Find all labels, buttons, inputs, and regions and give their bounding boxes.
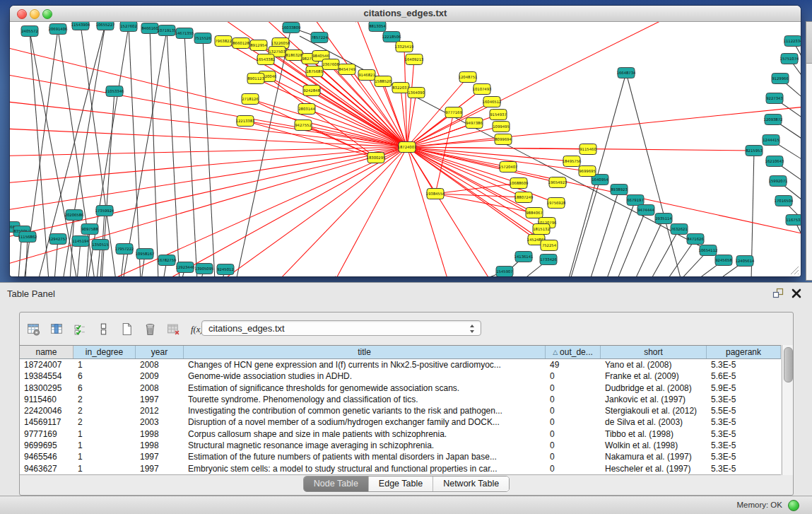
rows-icon[interactable]	[95, 322, 111, 336]
table-row[interactable]: 969969511998Structural magnetic resonanc…	[20, 440, 781, 451]
graph-node[interactable]: 8813054	[369, 22, 386, 32]
graph-node[interactable]: 7963822	[215, 36, 232, 47]
table-row[interactable]: 1830029562008Estimation of significance …	[20, 382, 781, 394]
graph-node[interactable]: 9097588	[81, 224, 98, 235]
graph-node[interactable]: 15992071	[769, 176, 788, 187]
window-resize-grip[interactable]	[788, 264, 799, 275]
graph-node[interactable]: 16210643	[765, 156, 784, 167]
graph-node[interactable]: 19384554	[426, 189, 446, 199]
graph-node[interactable]: 8938923	[611, 185, 628, 195]
graph-node[interactable]: 11156862	[18, 232, 37, 243]
graph-node[interactable]: 8466160	[141, 23, 158, 34]
graph-node[interactable]: 10107493	[473, 84, 492, 95]
column-header-pagerank[interactable]: pagerank	[707, 346, 781, 358]
tab-network-table[interactable]: Network Table	[433, 477, 509, 491]
graph-node[interactable]: 18300295	[367, 153, 386, 163]
graph-node[interactable]: 2367608	[322, 59, 339, 70]
graph-node[interactable]: 21053346	[105, 86, 125, 97]
graph-node[interactable]: 1733426	[540, 255, 557, 265]
graph-node[interactable]: 12213383	[236, 116, 255, 127]
graph-node[interactable]: 10655227	[96, 22, 115, 30]
tab-edge-table[interactable]: Edge Table	[369, 477, 433, 491]
graph-node[interactable]: 8471626	[687, 234, 704, 245]
graph-node[interactable]: 13325419	[395, 42, 414, 52]
graph-node[interactable]: 8099694	[495, 134, 512, 145]
graph-node[interactable]: 6679197	[627, 195, 644, 206]
graph-node[interactable]: 18724007	[398, 142, 417, 153]
delete-table-icon[interactable]	[165, 322, 181, 336]
graph-node[interactable]: 19654923	[548, 177, 567, 188]
graph-node[interactable]: 9129966	[772, 74, 789, 84]
graph-node[interactable]: 1145194	[72, 236, 89, 247]
graph-node[interactable]: 1350515	[92, 240, 109, 250]
graph-node[interactable]: 16033809	[282, 23, 301, 33]
graph-node[interactable]: 18807249	[514, 192, 534, 203]
graph-node[interactable]: 8186328	[286, 50, 302, 61]
scrollbar-thumb[interactable]	[784, 347, 793, 382]
graph-node[interactable]: 9474444	[637, 205, 654, 216]
graph-node[interactable]: 12093872	[764, 115, 783, 125]
column-header-year[interactable]: year	[136, 346, 184, 358]
graph-node[interactable]: 2803144	[298, 104, 315, 115]
graph-node[interactable]: 17016504	[775, 196, 794, 206]
graph-node[interactable]: 2935114	[655, 214, 672, 224]
table-scrollbar[interactable]	[782, 345, 793, 475]
graph-node[interactable]: 17957222	[115, 244, 134, 255]
float-panel-icon[interactable]	[772, 288, 784, 299]
graph-node[interactable]: 9427552	[295, 120, 312, 131]
graph-node[interactable]: 2718126	[242, 94, 259, 105]
graph-node[interactable]: 9245012	[217, 264, 234, 275]
graph-node[interactable]: 8454749	[339, 64, 355, 75]
delete-columns-icon[interactable]	[142, 322, 158, 336]
graph-node[interactable]: 1875685	[306, 66, 323, 77]
graph-node[interactable]: 20206586	[65, 210, 85, 221]
table-row[interactable]: 1456911722003Disruption of a novel membe…	[20, 416, 781, 428]
graph-node[interactable]: 1527602	[120, 22, 137, 32]
network-window-titlebar[interactable]: citations_edges.txt	[10, 6, 801, 22]
graph-node[interactable]: 10654112	[699, 245, 718, 256]
graph-node[interactable]: 10958167	[136, 249, 155, 259]
table-row[interactable]: 1872400712008Changes of HCN gene express…	[20, 359, 781, 370]
close-panel-icon[interactable]	[791, 288, 802, 299]
graph-node[interactable]: 1167533	[786, 215, 801, 226]
graph-node[interactable]: 15720407	[499, 162, 518, 173]
graph-node[interactable]: 7857224	[311, 33, 328, 43]
graph-node[interactable]: 16543382	[257, 54, 276, 65]
table-row[interactable]: 946554611997Estimation of the future num…	[20, 451, 781, 462]
new-column-icon[interactable]	[119, 322, 134, 336]
graph-node[interactable]: 1545907	[496, 267, 513, 277]
graph-node[interactable]: 1588520	[375, 76, 392, 87]
graph-node[interactable]: 14671355	[175, 28, 194, 39]
graph-node[interactable]: 9884067	[526, 208, 543, 218]
graph-node[interactable]: 11543904	[71, 22, 91, 30]
column-header-short[interactable]: short	[601, 346, 707, 358]
graph-node[interactable]: 7515526	[194, 33, 211, 44]
graph-node[interactable]: 18495756	[563, 156, 582, 167]
graph-node[interactable]: 19756928	[547, 198, 567, 209]
graph-node[interactable]: 9699695	[579, 166, 596, 177]
graph-node[interactable]: 9154937	[490, 110, 507, 120]
graph-node[interactable]: 16782759	[158, 255, 177, 266]
graph-node[interactable]: 7632621	[671, 224, 688, 235]
graph-node[interactable]: 10719135	[158, 25, 177, 36]
table-row[interactable]: 946362711997Embryonic stem cells: a mode…	[20, 463, 781, 474]
graph-node[interactable]: 1244415	[763, 135, 779, 146]
graph-node[interactable]: 9242848	[303, 86, 320, 96]
graph-node[interactable]: 2405572	[21, 26, 38, 37]
graph-node[interactable]: 9227343	[766, 93, 783, 104]
graph-node[interactable]: 10688609	[510, 178, 529, 189]
graph-node[interactable]: 12923446	[176, 262, 196, 273]
graph-node[interactable]: 16046512	[483, 97, 502, 107]
network-window[interactable]: citations_edges.txt 24055722069140611543…	[10, 6, 801, 276]
column-header-out_degree[interactable]: △out_de...	[546, 346, 601, 358]
graph-node[interactable]: 13905095	[195, 264, 214, 274]
graph-node[interactable]: 1815132	[533, 224, 550, 235]
graph-node[interactable]: 752254	[541, 240, 558, 251]
graph-node[interactable]: 11122334	[784, 36, 801, 47]
graph-node[interactable]: 20691406	[49, 24, 69, 35]
graph-node[interactable]: 12405614	[736, 256, 755, 267]
table-row[interactable]: 911546021997Tourette syndrome. Phenomeno…	[20, 394, 781, 405]
graph-node[interactable]: 8322037	[392, 83, 409, 93]
graph-node[interactable]: 9777169	[445, 107, 462, 118]
table-mode-icon[interactable]	[25, 322, 41, 336]
